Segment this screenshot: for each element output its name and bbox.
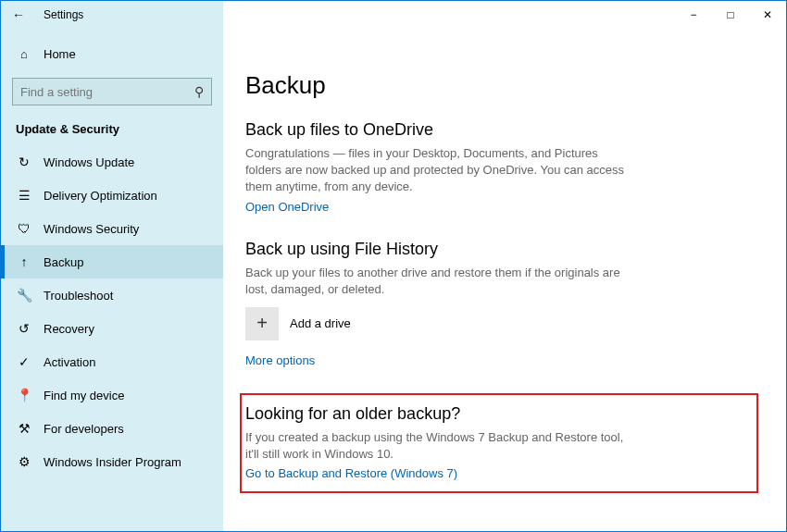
search-box[interactable]: ⚲	[12, 78, 212, 105]
app-title: Settings	[44, 8, 83, 21]
filehistory-body: Back up your files to another drive and …	[245, 265, 634, 298]
home-label: Home	[44, 47, 76, 61]
sidebar-item-activation[interactable]: ✓ Activation	[1, 345, 223, 378]
sidebar-item-for-developers[interactable]: ⚒ For developers	[1, 412, 223, 445]
content-pane: Backup Back up files to OneDrive Congrat…	[223, 29, 786, 531]
plus-icon: +	[245, 307, 279, 340]
onedrive-body: Congratulations — files in your Desktop,…	[245, 145, 634, 196]
nav-label: Backup	[44, 255, 83, 269]
insider-icon: ⚙	[16, 454, 32, 469]
sidebar-nav: ↻ Windows Update ☰ Delivery Optimization…	[1, 145, 223, 478]
nav-label: Troubleshoot	[44, 289, 113, 303]
settings-window: − □ ✕ ← Settings ⌂ Home ⚲ Update & Secur…	[0, 0, 787, 532]
choose-heading: Choose the right backup option for you	[245, 530, 764, 531]
sidebar-item-troubleshoot[interactable]: 🔧 Troubleshoot	[1, 278, 223, 312]
more-options-link[interactable]: More options	[245, 353, 315, 367]
sidebar-item-windows-insider[interactable]: ⚙ Windows Insider Program	[1, 445, 223, 478]
section-file-history: Back up using File History Back up your …	[245, 240, 764, 367]
nav-label: Delivery Optimization	[44, 189, 157, 203]
sidebar-item-backup[interactable]: ↑ Backup	[1, 245, 223, 278]
backup-restore-win7-link[interactable]: Go to Backup and Restore (Windows 7)	[245, 466, 457, 480]
nav-label: Recovery	[44, 322, 94, 336]
sidebar-item-delivery-optimization[interactable]: ☰ Delivery Optimization	[1, 179, 223, 212]
nav-label: Windows Insider Program	[44, 455, 181, 469]
section-choose-option: Choose the right backup option for you T…	[245, 530, 764, 531]
sidebar-header: ← Settings	[1, 1, 223, 29]
refresh-icon: ↻	[16, 155, 32, 169]
sidebar-item-windows-update[interactable]: ↻ Windows Update	[1, 145, 223, 179]
onedrive-heading: Back up files to OneDrive	[245, 120, 764, 140]
recovery-icon: ↺	[16, 321, 32, 336]
delivery-icon: ☰	[16, 188, 32, 203]
nav-label: For developers	[44, 422, 124, 436]
back-button[interactable]: ←	[12, 7, 25, 22]
sidebar-item-find-my-device[interactable]: 📍 Find my device	[1, 378, 223, 412]
shield-icon: 🛡	[16, 221, 32, 236]
page-title: Backup	[245, 71, 764, 100]
older-body: If you created a backup using the Window…	[245, 429, 634, 463]
sidebar: ← Settings ⌂ Home ⚲ Update & Security ↻ …	[1, 1, 223, 531]
section-older-backup: Looking for an older backup? If you crea…	[240, 393, 758, 493]
location-icon: 📍	[16, 388, 32, 402]
nav-label: Windows Update	[44, 155, 134, 169]
nav-label: Activation	[44, 355, 95, 369]
search-icon: ⚲	[194, 84, 204, 99]
check-circle-icon: ✓	[16, 354, 32, 369]
search-input[interactable]	[20, 85, 194, 99]
nav-label: Find my device	[44, 389, 124, 402]
sidebar-item-recovery[interactable]: ↺ Recovery	[1, 312, 223, 345]
add-drive-button[interactable]: + Add a drive	[245, 307, 764, 340]
nav-label: Windows Security	[44, 222, 139, 236]
home-icon: ⌂	[16, 47, 32, 61]
tools-icon: ⚒	[16, 421, 32, 436]
backup-icon: ↑	[16, 254, 32, 269]
open-onedrive-link[interactable]: Open OneDrive	[245, 200, 329, 214]
sidebar-section-heading: Update & Security	[1, 105, 223, 145]
section-onedrive: Back up files to OneDrive Congratulation…	[245, 120, 764, 214]
wrench-icon: 🔧	[16, 288, 32, 303]
sidebar-item-home[interactable]: ⌂ Home	[1, 38, 223, 70]
filehistory-heading: Back up using File History	[245, 240, 764, 259]
older-heading: Looking for an older backup?	[245, 404, 745, 424]
add-drive-label: Add a drive	[290, 316, 351, 330]
sidebar-item-windows-security[interactable]: 🛡 Windows Security	[1, 212, 223, 245]
